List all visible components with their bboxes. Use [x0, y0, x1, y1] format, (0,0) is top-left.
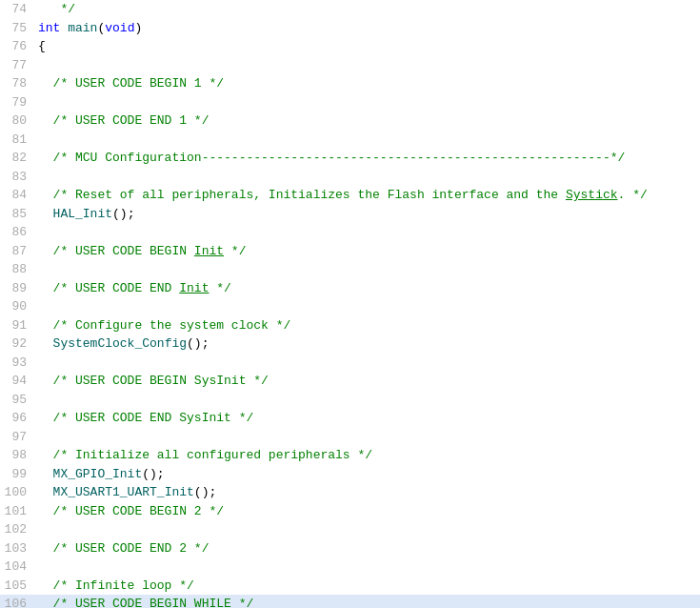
code-line: /* USER CODE BEGIN WHILE */: [34, 595, 253, 608]
line-number: 97: [0, 428, 34, 447]
code-line: [34, 56, 38, 75]
code-line: [34, 428, 38, 447]
table-row: 98 /* Initialize all configured peripher…: [0, 446, 700, 465]
line-number: 101: [0, 502, 34, 521]
code-line: [34, 131, 38, 150]
code-line: /* USER CODE BEGIN 2 */: [34, 502, 224, 521]
line-number: 100: [0, 483, 34, 502]
line-number: 92: [0, 334, 34, 354]
table-row: 82 /* MCU Configuration-----------------…: [0, 149, 700, 168]
code-line: MX_USART1_UART_Init();: [34, 483, 216, 502]
line-number: 96: [0, 409, 34, 428]
table-row: 92 SystemClock_Config();: [0, 334, 700, 354]
line-number: 99: [0, 465, 34, 484]
line-number: 103: [0, 539, 34, 558]
code-line: [34, 391, 38, 410]
line-number: 81: [0, 131, 34, 150]
table-row: 94 /* USER CODE BEGIN SysInit */: [0, 372, 700, 391]
code-line: /* USER CODE END 1 */: [34, 111, 209, 131]
line-number: 94: [0, 372, 34, 391]
line-number: 91: [0, 316, 34, 335]
line-number: 75: [0, 19, 34, 38]
code-line: */: [34, 0, 75, 19]
code-line: /* MCU Configuration--------------------…: [34, 149, 625, 168]
line-number: 105: [0, 577, 34, 596]
table-row: 101 /* USER CODE BEGIN 2 */: [0, 502, 700, 521]
table-row: 90: [0, 297, 700, 316]
code-line: /* USER CODE END SysInit */: [34, 409, 253, 428]
table-row: 96 /* USER CODE END SysInit */: [0, 409, 700, 428]
code-line: [34, 260, 38, 279]
line-number: 88: [0, 260, 34, 279]
code-editor: 74 */75int main(void)76{7778 /* USER COD…: [0, 0, 700, 608]
table-row: 99 MX_GPIO_Init();: [0, 465, 700, 484]
code-line: [34, 223, 38, 242]
table-row: 87 /* USER CODE BEGIN Init */: [0, 242, 700, 261]
code-line: /* Initialize all configured peripherals…: [34, 446, 372, 465]
line-number: 74: [0, 0, 34, 19]
code-line: /* Configure the system clock */: [34, 316, 290, 335]
code-line: MX_GPIO_Init();: [34, 465, 165, 484]
table-row: 83: [0, 168, 700, 187]
code-line: [34, 168, 38, 187]
line-number: 85: [0, 205, 34, 224]
table-row: 103 /* USER CODE END 2 */: [0, 539, 700, 558]
table-row: 80 /* USER CODE END 1 */: [0, 111, 700, 131]
table-row: 77: [0, 56, 700, 75]
line-number: 90: [0, 297, 34, 316]
line-number: 78: [0, 74, 34, 93]
table-row: 84 /* Reset of all peripherals, Initiali…: [0, 186, 700, 205]
table-row: 76{: [0, 37, 700, 56]
line-number: 93: [0, 354, 34, 373]
line-number: 87: [0, 242, 34, 261]
line-number: 76: [0, 37, 34, 56]
code-line: /* USER CODE BEGIN 1 */: [34, 74, 224, 93]
table-row: 85 HAL_Init();: [0, 205, 700, 224]
code-line: int main(void): [34, 19, 142, 38]
line-number: 86: [0, 223, 34, 242]
line-number: 83: [0, 168, 34, 187]
line-number: 80: [0, 111, 34, 131]
table-row: 97: [0, 428, 700, 447]
line-number: 106: [0, 595, 34, 608]
line-number: 84: [0, 186, 34, 205]
table-row: 95: [0, 391, 700, 410]
table-row: 106 /* USER CODE BEGIN WHILE */: [0, 595, 700, 608]
table-row: 79: [0, 93, 700, 112]
code-line: /* USER CODE BEGIN SysInit */: [34, 372, 269, 391]
table-row: 102: [0, 520, 700, 539]
line-number: 95: [0, 391, 34, 410]
code-line: [34, 354, 38, 373]
table-row: 104: [0, 557, 700, 577]
code-line: [34, 93, 38, 112]
code-line: /* Reset of all peripherals, Initializes…: [34, 186, 648, 205]
line-number: 104: [0, 557, 34, 577]
code-line: [34, 297, 38, 316]
table-row: 78 /* USER CODE BEGIN 1 */: [0, 74, 700, 93]
line-number: 82: [0, 149, 34, 168]
code-line: HAL_Init();: [34, 205, 134, 224]
code-line: /* USER CODE BEGIN Init */: [34, 242, 246, 261]
line-number: 77: [0, 56, 34, 75]
line-number: 79: [0, 93, 34, 112]
table-row: 88: [0, 260, 700, 279]
line-number: 102: [0, 520, 34, 539]
code-line: SystemClock_Config();: [34, 334, 209, 354]
table-row: 91 /* Configure the system clock */: [0, 316, 700, 335]
code-line: [34, 520, 38, 539]
table-row: 100 MX_USART1_UART_Init();: [0, 483, 700, 502]
table-row: 86: [0, 223, 700, 242]
code-line: [34, 557, 38, 577]
table-row: 74 */: [0, 0, 700, 19]
code-line: /* USER CODE END Init */: [34, 279, 231, 298]
code-line: {: [34, 37, 46, 56]
code-line: /* Infinite loop */: [34, 577, 194, 596]
line-number: 89: [0, 279, 34, 298]
table-row: 89 /* USER CODE END Init */: [0, 279, 700, 298]
code-line: /* USER CODE END 2 */: [34, 539, 209, 558]
table-row: 93: [0, 354, 700, 373]
table-row: 75int main(void): [0, 19, 700, 38]
line-number: 98: [0, 446, 34, 465]
table-row: 81: [0, 131, 700, 150]
table-row: 105 /* Infinite loop */: [0, 577, 700, 596]
